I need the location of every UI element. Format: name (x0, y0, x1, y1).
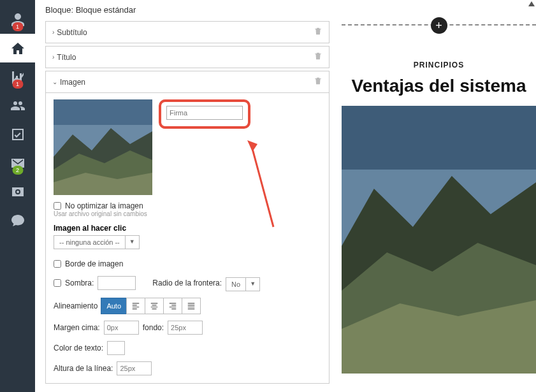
sidebar-item-chat[interactable] (0, 206, 35, 235)
align-justify-button[interactable] (182, 298, 201, 314)
align-auto-button[interactable]: Auto (101, 298, 127, 314)
chevron-down-icon: ⌄ (52, 78, 57, 85)
sidebar-item-profile[interactable]: 1 (0, 5, 35, 34)
sidebar-item-users[interactable] (0, 91, 35, 120)
check-icon (10, 127, 25, 142)
align-right-icon (168, 301, 177, 310)
accordion-label: Imagen (60, 78, 85, 87)
border-checkbox[interactable] (54, 260, 61, 268)
add-block-button[interactable]: + (431, 17, 447, 34)
gear-icon (10, 184, 25, 200)
click-action-value: -- ninguna acción -- (54, 236, 125, 249)
users-icon (10, 98, 25, 113)
text-color-picker[interactable] (107, 341, 125, 355)
svg-line-5 (251, 144, 273, 227)
delete-subtitulo[interactable] (314, 27, 322, 38)
align-center-button[interactable] (145, 298, 164, 314)
border-label: Borde de imagen (65, 259, 123, 268)
accordion-label: Título (57, 53, 76, 62)
align-left-icon (131, 301, 140, 310)
sidebar-item-tasks[interactable] (0, 120, 35, 149)
align-justify-icon (187, 301, 196, 310)
annotation-arrow (245, 138, 283, 240)
preview-title: Ventajas del sistema (342, 76, 536, 96)
chevron-right-icon: › (52, 54, 54, 61)
profile-badge: 1 (12, 22, 23, 31)
preview-pane: + PRINCIPIOS Ventajas del sistema (335, 0, 536, 392)
no-optimize-label: No optimizar la imagen (65, 201, 143, 210)
chevron-down-icon: ▼ (245, 278, 259, 291)
chevron-right-icon: › (52, 29, 54, 36)
accordion-titulo: ›Título (45, 46, 330, 68)
shadow-input[interactable] (98, 276, 136, 290)
image-thumbnail[interactable] (54, 99, 152, 195)
margin-top-input[interactable] (104, 321, 139, 335)
align-left-button[interactable] (126, 298, 145, 314)
editor-panel[interactable]: Bloque: Bloque estándar ›Subtítulo ›Títu… (35, 0, 335, 392)
firma-input[interactable] (166, 106, 243, 120)
sidebar-item-home[interactable] (0, 34, 35, 62)
insert-divider: + (342, 24, 536, 25)
firma-highlight (159, 99, 250, 129)
delete-imagen[interactable] (314, 76, 322, 87)
accordion-label: Subtítulo (57, 28, 87, 37)
line-height-label: Altura de la línea: (54, 364, 113, 373)
sidebar-item-stats[interactable]: 1 (0, 62, 35, 91)
home-icon (10, 41, 25, 56)
shadow-label: Sombra: (65, 279, 94, 287)
radius-select[interactable]: No ▼ (226, 277, 260, 291)
accordion-subtitulo: ›Subtítulo (45, 21, 330, 43)
main-sidebar: 1 1 2 (0, 0, 35, 392)
margin-bottom-label: fondo: (143, 323, 164, 332)
alignment-group: Auto (101, 298, 201, 314)
sidebar-item-mail[interactable]: 2 (0, 149, 35, 177)
click-action-select[interactable]: -- ninguna acción -- ▼ (54, 235, 140, 249)
accordion-imagen: ⌄Imagen (45, 71, 330, 384)
text-color-label: Color de texto: (54, 344, 103, 352)
line-height-input[interactable] (117, 361, 152, 375)
panel-header: Bloque: Bloque estándar (45, 0, 330, 21)
accordion-head-imagen[interactable]: ⌄Imagen (46, 71, 329, 92)
radius-value: No (226, 278, 245, 291)
alignment-label: Alineamiento (54, 301, 98, 310)
accordion-head-subtitulo[interactable]: ›Subtítulo (46, 22, 329, 43)
align-center-icon (150, 301, 159, 310)
accordion-head-titulo[interactable]: ›Título (46, 47, 329, 68)
no-optimize-checkbox[interactable] (54, 202, 61, 210)
mail-badge: 2 (12, 166, 23, 175)
preview-subtitle: PRINCIPIOS (342, 61, 536, 69)
accordion-body-imagen: No optimizar la imagen Usar archivo orig… (46, 92, 329, 383)
margin-top-label: Margen cima: (54, 323, 100, 332)
stats-badge: 1 (12, 80, 23, 89)
shadow-checkbox[interactable] (54, 279, 61, 287)
svg-marker-6 (247, 140, 257, 152)
align-right-button[interactable] (163, 298, 182, 314)
preview-image[interactable] (342, 106, 536, 374)
delete-titulo[interactable] (314, 52, 322, 62)
margin-bottom-input[interactable] (168, 321, 203, 335)
chat-icon (10, 213, 25, 228)
chevron-down-icon: ▼ (125, 236, 139, 249)
sidebar-item-settings[interactable] (0, 177, 35, 206)
radius-label: Radio de la frontera: (152, 279, 222, 287)
